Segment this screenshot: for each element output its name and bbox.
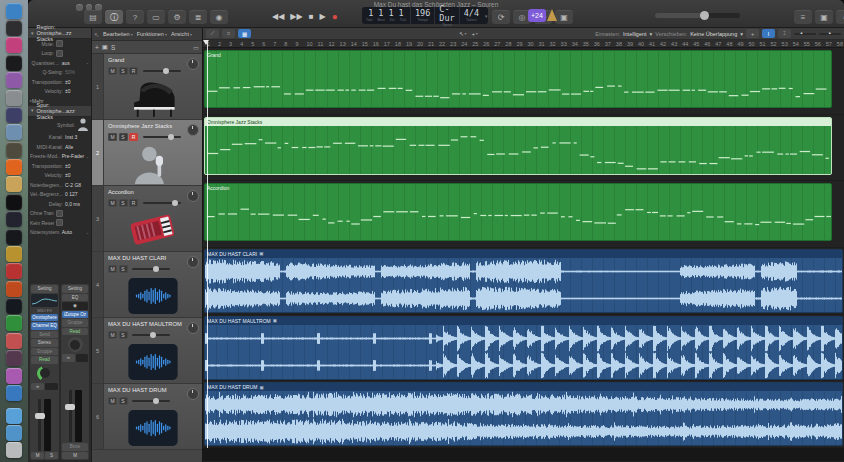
stepper-icon[interactable]: ⌄	[86, 60, 89, 65]
drag-value-dropdown[interactable]: Keine Überlappung	[690, 31, 737, 37]
record-enable-button[interactable]: R	[129, 199, 138, 207]
solo-button[interactable]: S	[119, 331, 128, 339]
region-2[interactable]: Omnisphere Jazz Stacks	[204, 117, 832, 175]
close-icon[interactable]	[76, 4, 83, 11]
track-pan-knob[interactable]	[187, 388, 199, 400]
smart-controls-icon[interactable]: ⚙	[168, 10, 186, 24]
inspector-icon[interactable]: ⓘ	[105, 10, 123, 24]
dock-icon-film-reel[interactable]	[6, 142, 22, 158]
dock-icon-coins-app[interactable]	[6, 246, 22, 262]
left-click-tool-menu[interactable]: ↖▾	[459, 31, 467, 37]
track-pan-knob[interactable]	[187, 124, 199, 136]
row-value[interactable]: Auto	[60, 229, 86, 235]
dock-icon-final-cut[interactable]	[6, 211, 22, 227]
dock-icon-imovie[interactable]	[6, 107, 22, 123]
dock-icon-green-book[interactable]	[6, 315, 22, 331]
playhead-marker[interactable]	[203, 40, 209, 45]
row-value[interactable]: ±0	[63, 79, 89, 85]
play-button[interactable]: ▶	[319, 10, 325, 24]
loop-browser-icon[interactable]: ⌕	[836, 10, 844, 24]
library-icon[interactable]: ▤	[84, 10, 102, 24]
track-header-2[interactable]: 2Omnisphere Jazz StacksMSR	[92, 120, 202, 186]
plugin-slot[interactable]: iZotope Oz	[62, 311, 88, 319]
row-value[interactable]: Inst 3	[63, 134, 89, 140]
dock-icon-b-app[interactable]	[6, 298, 22, 314]
flex-icon[interactable]: ⌗	[222, 29, 235, 38]
toolbar-icon[interactable]: ▭	[147, 10, 165, 24]
menu-item-bearbeiten[interactable]: Bearbeiten▾	[103, 31, 133, 37]
dock-icon-finder[interactable]	[6, 3, 22, 19]
eye-icon[interactable]: ◉	[62, 302, 88, 310]
plugin-slot[interactable]: Omnisphere	[31, 314, 58, 322]
record-button[interactable]: ●	[332, 10, 338, 24]
mute-button[interactable]: M	[108, 67, 117, 75]
slider-thumb[interactable]	[163, 68, 169, 74]
snap-value-dropdown[interactable]: Intelligent	[623, 31, 647, 37]
track-header-3[interactable]: 3AccordionMSR	[92, 186, 202, 252]
solo-button[interactable]: S	[119, 67, 128, 75]
mute-button[interactable]: M	[108, 199, 117, 207]
dock-icon-folder-applications[interactable]	[6, 425, 22, 441]
global-solo-button[interactable]: S	[111, 44, 115, 51]
stepper-icon[interactable]: ⌄	[86, 154, 89, 159]
list-editors-icon[interactable]: ≡	[794, 10, 812, 24]
setting-button[interactable]: Setting	[62, 285, 88, 293]
solo-button[interactable]: S	[119, 133, 128, 141]
track-inspector-header[interactable]: ▼ Spur: Omnisphe...azz Stacks	[28, 106, 91, 117]
solo-button[interactable]: S	[119, 397, 128, 405]
mute-button[interactable]: M	[108, 331, 117, 339]
track-pan-knob[interactable]	[187, 58, 199, 70]
bracket-tool-icon[interactable]: ⌶	[778, 29, 791, 38]
duplicate-track-button[interactable]: ▣	[102, 43, 108, 51]
row-value[interactable]: ±0	[63, 163, 89, 169]
row-value[interactable]: Alle	[63, 144, 89, 150]
track-pan-knob[interactable]	[187, 256, 199, 268]
track-pan-knob[interactable]	[187, 322, 199, 334]
zoom-thumb[interactable]: ▲	[800, 30, 804, 35]
group-slot[interactable]: Gruppe	[62, 319, 88, 327]
master-volume-slider[interactable]	[655, 13, 740, 18]
crosshair-tool-icon[interactable]: +	[746, 29, 759, 38]
dock-icon-keynote[interactable]	[6, 385, 22, 401]
automation-mode-button[interactable]: Read	[31, 356, 58, 364]
dock-icon-knife-app[interactable]	[6, 333, 22, 349]
pan-knob[interactable]	[37, 366, 52, 381]
dock-icon-disk-app[interactable]	[6, 55, 22, 71]
slider-thumb[interactable]	[150, 332, 156, 338]
mixer-icon[interactable]: ≣	[189, 10, 207, 24]
cycle-icon[interactable]: ⟳	[492, 10, 510, 24]
automation-mode-button[interactable]: Read	[62, 328, 88, 336]
plugin-slot[interactable]: Channel EQ	[31, 322, 58, 330]
editors-icon[interactable]: ◉	[210, 10, 228, 24]
row-value[interactable]: 0,0 ms	[63, 201, 89, 207]
tuner-icon[interactable]: ▣	[555, 10, 573, 24]
menu-item-funktionen[interactable]: Funktionen▾	[137, 31, 167, 37]
automation-icon[interactable]: ⟋	[206, 29, 219, 38]
dock-icon-folder-documents[interactable]	[6, 408, 22, 424]
forward-button[interactable]: ▶▶	[290, 10, 302, 24]
solo-button[interactable]: S	[119, 265, 128, 273]
checkbox[interactable]	[56, 210, 63, 217]
stepper-icon[interactable]: ⌄	[86, 230, 89, 235]
row-value[interactable]: ±0	[63, 172, 89, 178]
track-header-6[interactable]: 6MAX DU HAST DRUMMS	[92, 384, 202, 450]
lcd-display[interactable]: 1 1 1 1 Takt Beat Div Tick 196 Tempo	[362, 7, 488, 24]
dock-icon-red-ring-app[interactable]	[6, 263, 22, 279]
track-symbol-icon[interactable]	[77, 117, 89, 132]
record-enable-button[interactable]: R	[129, 133, 138, 141]
record-enable-button[interactable]: R	[129, 67, 138, 75]
track-volume-slider[interactable]	[143, 202, 181, 204]
bounce-button[interactable]: Bnce	[62, 443, 88, 451]
row-value[interactable]: C-2 G8	[63, 182, 89, 188]
dock-icon-speaker-app[interactable]	[6, 194, 22, 210]
checkbox[interactable]	[56, 219, 63, 226]
region-1[interactable]: Grand	[204, 50, 832, 108]
region-6[interactable]: MAX DU HAST DRUM▣	[204, 382, 843, 446]
note-pads-icon[interactable]: ▣	[815, 10, 833, 24]
region-4[interactable]: MAX DU HAST CLARI▣	[204, 249, 843, 313]
bar-ruler[interactable]: 1234567891011121314151617181920212223242…	[203, 40, 844, 48]
dock-icon-stocks[interactable]	[6, 229, 22, 245]
dock-icon-stickies[interactable]	[6, 72, 22, 88]
dock-icon-folder-yellow[interactable]	[6, 176, 22, 192]
dock-icon-color-wheel[interactable]	[6, 368, 22, 384]
